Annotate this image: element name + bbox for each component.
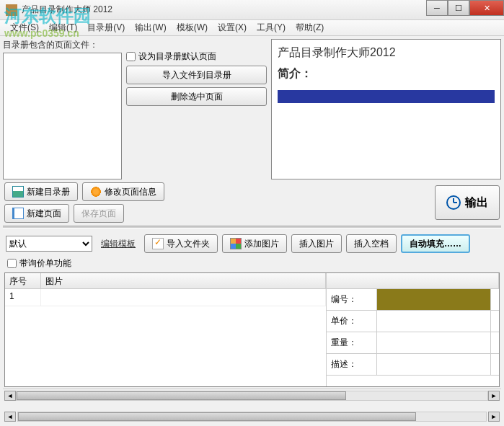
scroll-track[interactable]	[16, 391, 488, 401]
detail-form: 编号： 单价： 重量： 描述：	[326, 273, 499, 386]
scroll-thumb[interactable]	[17, 391, 346, 400]
auto-fill-label: 自动填充……	[410, 238, 461, 250]
new-catalog-icon	[12, 186, 24, 198]
winscroll-track[interactable]	[17, 412, 487, 422]
splitter[interactable]	[3, 226, 501, 228]
desc-field[interactable]	[377, 354, 490, 375]
default-page-check-input[interactable]	[126, 52, 136, 61]
menu-output[interactable]: 输出(W)	[131, 20, 170, 35]
menu-settings[interactable]: 设置(X)	[213, 20, 251, 35]
scroll-right-icon[interactable]: ►	[488, 391, 500, 401]
new-catalog-label: 新建目录册	[27, 186, 70, 198]
menu-catalog[interactable]: 目录册(V)	[83, 20, 129, 35]
price-label: 单价：	[327, 311, 377, 332]
preview-title: 产品目录制作大师2012	[278, 45, 495, 61]
delete-page-label: 删除选中页面	[171, 91, 223, 103]
insert-image-label: 插入图片	[299, 238, 334, 250]
close-button[interactable]: ✕	[469, 0, 504, 16]
modify-page-button[interactable]: 修改页面信息	[82, 182, 164, 201]
code-end	[490, 289, 499, 310]
add-image-icon	[230, 238, 242, 249]
minimize-button[interactable]: ─	[426, 0, 448, 16]
template-combo[interactable]: 默认	[6, 236, 92, 252]
col-img-header[interactable]: 图片	[41, 273, 326, 288]
new-catalog-button[interactable]: 新建目录册	[4, 182, 78, 201]
preview-panel: 产品目录制作大师2012 简介：	[271, 39, 501, 179]
output-label: 输出	[465, 195, 488, 210]
default-page-check-label: 设为目录册默认页面	[138, 50, 216, 63]
winscroll-left-icon[interactable]: ◄	[4, 412, 16, 422]
preview-thumbnail	[278, 90, 495, 103]
edit-template-link[interactable]: 编辑模板	[97, 238, 140, 250]
price-field[interactable]	[377, 311, 490, 332]
insert-blank-label: 插入空档	[354, 238, 389, 250]
table-hscroll[interactable]: ◄ ►	[3, 389, 501, 401]
default-page-checkbox[interactable]: 设为目录册默认页面	[126, 50, 267, 63]
import-folder-button[interactable]: 导入文件夹	[144, 234, 218, 253]
item-table-wrap: 序号 图片 1 编号： 单价：	[4, 272, 500, 387]
insert-image-button[interactable]: 插入图片	[291, 234, 342, 253]
window-controls: ─ ☐ ✕	[426, 0, 504, 16]
winscroll-right-icon[interactable]: ►	[488, 412, 500, 422]
window-title: 产品目录制作大师 2012	[22, 4, 112, 16]
menu-file[interactable]: 文件(S)	[6, 20, 43, 35]
menu-help[interactable]: 帮助(Z)	[291, 20, 328, 35]
code-field[interactable]	[377, 289, 490, 310]
cell-img[interactable]	[41, 289, 326, 306]
item-toolbar: 默认 编辑模板 导入文件夹 添加图片 插入图片 插入空档 自动填充……	[3, 231, 501, 256]
winscroll-thumb[interactable]	[18, 412, 416, 421]
new-page-icon	[12, 208, 24, 219]
scroll-left-icon[interactable]: ◄	[4, 391, 16, 401]
menu-template[interactable]: 模板(W)	[172, 20, 212, 35]
modify-page-label: 修改页面信息	[105, 186, 156, 198]
price-end	[490, 311, 499, 332]
weight-label: 重量：	[327, 332, 377, 353]
table-row[interactable]: 1	[5, 289, 326, 306]
desc-end	[490, 354, 499, 375]
code-label: 编号：	[327, 289, 377, 310]
auto-fill-button[interactable]: 自动填充……	[401, 234, 470, 253]
weight-field[interactable]	[377, 332, 490, 353]
quote-checkbox[interactable]: 带询价单功能	[3, 256, 501, 271]
menubar: 文件(S) 编辑(T) 目录册(V) 输出(W) 模板(W) 设置(X) 工具(…	[0, 20, 504, 36]
menu-tools[interactable]: 工具(Y)	[252, 20, 290, 35]
page-files-list[interactable]	[3, 53, 122, 179]
new-page-label: 新建页面	[27, 208, 61, 220]
delete-page-button[interactable]: 删除选中页面	[126, 87, 267, 106]
app-icon	[6, 4, 17, 16]
import-file-label: 导入文件到目录册	[162, 69, 231, 81]
output-button[interactable]: 输出	[435, 185, 500, 220]
cell-seq[interactable]: 1	[5, 289, 41, 306]
import-file-button[interactable]: 导入文件到目录册	[126, 66, 267, 84]
add-image-button[interactable]: 添加图片	[222, 234, 287, 253]
insert-blank-button[interactable]: 插入空档	[346, 234, 397, 253]
desc-label: 描述：	[327, 354, 377, 375]
save-page-label: 保存页面	[81, 208, 116, 220]
import-folder-label: 导入文件夹	[167, 238, 210, 250]
clock-icon	[446, 195, 461, 210]
item-table[interactable]: 序号 图片 1	[5, 273, 326, 386]
menu-edit[interactable]: 编辑(T)	[45, 20, 81, 35]
titlebar: 产品目录制作大师 2012 ─ ☐ ✕	[0, 0, 504, 20]
save-page-button[interactable]: 保存页面	[74, 204, 124, 223]
preview-subtitle: 简介：	[278, 66, 495, 81]
modify-page-icon	[90, 186, 102, 198]
add-image-label: 添加图片	[244, 238, 279, 250]
catalog-toolbar: 新建目录册 修改页面信息 新建页面 保存页面 输出	[3, 182, 501, 223]
col-seq-header[interactable]: 序号	[5, 273, 41, 288]
new-page-button[interactable]: 新建页面	[4, 204, 69, 223]
page-files-label: 目录册包含的页面文件：	[3, 39, 122, 51]
maximize-button[interactable]: ☐	[448, 0, 469, 16]
template-select[interactable]: 默认	[6, 236, 92, 252]
weight-end	[490, 332, 499, 353]
quote-check-label: 带询价单功能	[19, 257, 71, 270]
import-folder-icon	[152, 238, 164, 249]
window-hscroll[interactable]: ◄ ►	[3, 410, 501, 423]
quote-check-input[interactable]	[7, 259, 17, 268]
